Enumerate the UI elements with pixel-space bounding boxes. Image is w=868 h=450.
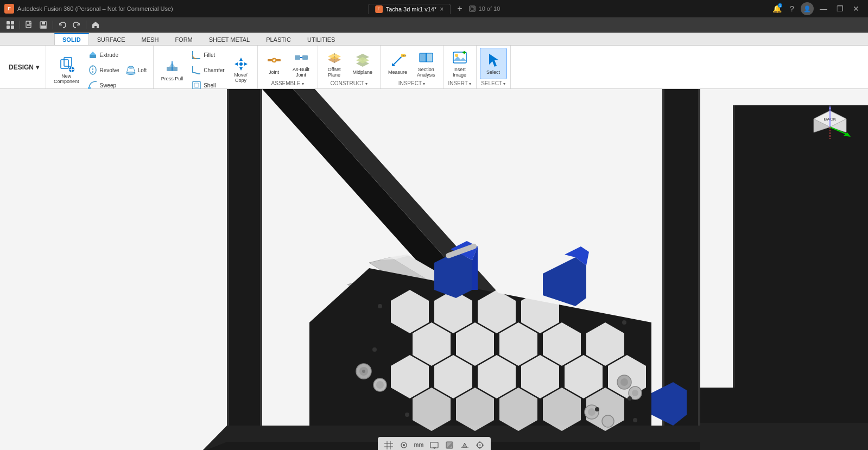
svg-point-130: [595, 407, 599, 411]
fillet-label: Fillet: [204, 52, 215, 58]
offset-plane-button[interactable]: OffsetPlane: [321, 48, 347, 79]
modify-group: Press Pull Fillet: [154, 46, 258, 88]
minimize-button[interactable]: —: [816, 1, 831, 16]
display-icon[interactable]: [428, 439, 441, 451]
select-group-label[interactable]: SELECT: [481, 80, 505, 86]
move-label: Move/Copy: [234, 73, 248, 84]
design-menu-button[interactable]: DESIGN ▾: [2, 46, 46, 88]
tab-close-btn[interactable]: ×: [440, 5, 443, 13]
document-tab[interactable]: F Tacha 3d mk1 v14* ×: [368, 4, 451, 14]
separator-2: [53, 21, 53, 29]
fillet-button[interactable]: Fillet: [188, 48, 226, 62]
section-analysis-button[interactable]: SectionAnalysis: [413, 48, 440, 79]
app-icon: F: [4, 4, 14, 14]
as-built-joint-button[interactable]: As-BuiltJoint: [288, 48, 314, 79]
svg-marker-31: [239, 58, 243, 61]
measure-button[interactable]: mm Measure: [384, 48, 411, 79]
tab-form[interactable]: FORM: [167, 34, 200, 45]
new-tab-btn[interactable]: +: [455, 4, 464, 14]
extrude-button[interactable]: Extrude: [85, 48, 122, 62]
tab-utilities[interactable]: UTILITIES: [299, 34, 343, 45]
notification-bell[interactable]: 🔔 1: [770, 2, 783, 15]
titlebar-left: F Autodesk Fusion 360 (Personal – Not fo…: [4, 4, 173, 14]
select-icon: [485, 52, 502, 69]
undo-button[interactable]: [56, 19, 68, 31]
ground-plane-icon[interactable]: [458, 439, 471, 451]
tab-solid[interactable]: SOLID: [54, 33, 89, 45]
svg-point-148: [403, 444, 405, 446]
maximize-button[interactable]: ❐: [832, 1, 847, 16]
midplane-button[interactable]: Midplane: [349, 48, 377, 79]
apps-menu-button[interactable]: [4, 19, 16, 31]
assemble-group-label[interactable]: ASSEMBLE: [271, 80, 304, 86]
doc-tab-icon: F: [375, 5, 383, 13]
press-pull-label: Press Pull: [161, 77, 183, 82]
chamfer-button[interactable]: Chamfer: [188, 63, 226, 77]
notification-count: 1: [778, 3, 782, 8]
tab-mesh[interactable]: MESH: [134, 34, 167, 45]
units-icon[interactable]: mm: [413, 439, 426, 451]
select-label: Select: [486, 70, 500, 75]
new-component-icon: [58, 55, 75, 73]
loft-button[interactable]: Loft: [123, 63, 150, 77]
viewcube[interactable]: BACK: [808, 100, 852, 143]
file-menu-button[interactable]: [23, 19, 35, 31]
revolve-button[interactable]: Revolve: [85, 63, 122, 77]
move-button[interactable]: Move/Copy: [228, 54, 254, 86]
viewport[interactable]: BACK: [0, 89, 868, 450]
ribbon-content: DESIGN ▾ NewComponent: [0, 46, 868, 89]
joint-button[interactable]: Joint: [261, 48, 287, 79]
loft-label: Loft: [138, 67, 147, 73]
visual-style-icon[interactable]: [443, 439, 456, 451]
scene-svg: [0, 89, 868, 450]
construct-group-label[interactable]: CONSTRUCT: [330, 80, 368, 86]
svg-marker-33: [235, 62, 238, 66]
3d-scene[interactable]: BACK: [0, 89, 868, 450]
midplane-label: Midplane: [353, 70, 373, 75]
construct-chevron: [365, 80, 368, 86]
effects-icon[interactable]: [473, 439, 486, 451]
grid-icon[interactable]: [382, 439, 395, 451]
svg-rect-3: [11, 21, 14, 24]
tab-plastic[interactable]: PLASTIC: [258, 34, 299, 45]
inspect-group-label[interactable]: INSPECT: [398, 80, 425, 86]
as-built-joint-label: As-BuiltJoint: [293, 67, 309, 78]
insert-chevron: [469, 80, 471, 86]
svg-marker-77: [700, 388, 868, 426]
help-icon[interactable]: ?: [785, 2, 799, 15]
save-button[interactable]: [37, 19, 49, 31]
svg-point-128: [622, 320, 626, 325]
user-profile[interactable]: 👤: [801, 2, 814, 15]
svg-marker-18: [90, 52, 96, 55]
svg-rect-5: [11, 26, 14, 29]
measure-label: Measure: [388, 70, 407, 75]
svg-rect-66: [227, 89, 229, 450]
move-icon: [232, 56, 250, 72]
insert-image-button[interactable]: InsertImage: [447, 48, 473, 79]
snap-icon[interactable]: [397, 439, 410, 451]
select-button[interactable]: Select: [480, 48, 507, 79]
tab-surface[interactable]: SURFACE: [89, 34, 134, 45]
separator: [20, 21, 20, 29]
svg-point-129: [405, 413, 409, 417]
insert-group-label[interactable]: INSERT: [448, 80, 471, 86]
section-analysis-icon: [417, 49, 435, 66]
new-component-button[interactable]: NewComponent: [49, 54, 84, 86]
create-group: NewComponent Extrude: [46, 46, 154, 88]
sweep-label: Sweep: [100, 83, 117, 88]
press-pull-button[interactable]: Press Pull: [157, 54, 188, 86]
new-component-label: NewComponent: [54, 74, 79, 85]
loft-icon: [125, 64, 137, 76]
svg-rect-29: [193, 81, 200, 89]
svg-marker-32: [239, 67, 243, 71]
redo-button[interactable]: [71, 19, 83, 31]
home-button[interactable]: [90, 19, 102, 31]
svg-point-115: [362, 370, 365, 373]
ribbon-tabs: SOLID SURFACE MESH FORM SHEET METAL PLAS…: [0, 33, 868, 46]
assemble-group: Joint As-BuiltJoint ASSEMBLE: [258, 46, 318, 88]
inspect-buttons: mm Measure SectionAnalysis: [384, 48, 440, 79]
svg-point-157: [479, 444, 481, 446]
close-button[interactable]: ✕: [848, 1, 864, 16]
svg-marker-34: [244, 62, 248, 66]
tab-sheet-metal[interactable]: SHEET METAL: [201, 34, 258, 45]
